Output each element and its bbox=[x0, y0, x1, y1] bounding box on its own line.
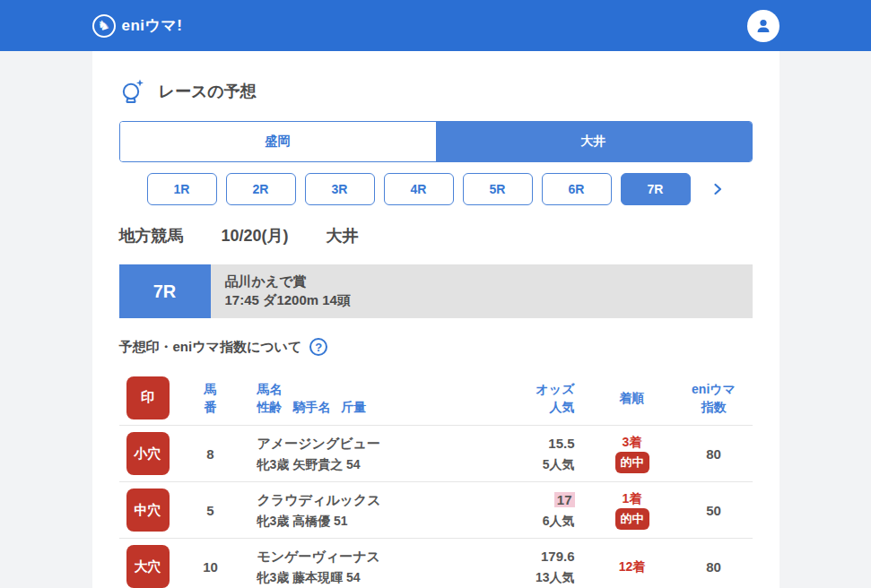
popularity: 5人気 bbox=[491, 454, 575, 474]
odds-value: 179.6 bbox=[491, 546, 575, 567]
header-odds: オッズ 人気 bbox=[491, 380, 589, 416]
horse-name-cell: クラウディルックス 牝3歳 高橋優 51 bbox=[245, 489, 491, 531]
content-card: レースの予想 盛岡 大井 1R 2R 3R 4R 5R 6R 7R 地方競馬 1… bbox=[92, 51, 780, 588]
eniuma-index: 50 bbox=[675, 503, 753, 518]
horse-name: アメージングビュー bbox=[257, 433, 491, 454]
race-button-7r[interactable]: 7R bbox=[621, 173, 691, 205]
race-date: 10/20(月) bbox=[222, 225, 289, 246]
legend-label: 予想印・eniウマ指数について bbox=[119, 339, 302, 356]
table-row[interactable]: 中穴 5 クラウディルックス 牝3歳 高橋優 51 17 6人気 1着 的中 5… bbox=[119, 482, 753, 539]
hit-badge: 的中 bbox=[615, 452, 649, 473]
horse-name: クラウディルックス bbox=[257, 489, 491, 511]
mark-badge: 中穴 bbox=[126, 489, 170, 532]
race-details: 17:45 ダ1200m 14頭 bbox=[225, 292, 753, 309]
finish-position: 12着 bbox=[589, 558, 675, 575]
horse-number: 10 bbox=[177, 559, 245, 575]
race-meta-row: 地方競馬 10/20(月) 大井 bbox=[119, 225, 753, 246]
header-inner: eniウマ! bbox=[92, 0, 780, 51]
race-button-4r[interactable]: 4R bbox=[384, 173, 454, 205]
horse-detail: 牝3歳 矢野貴之 54 bbox=[257, 454, 491, 474]
header-mark-badge: 印 bbox=[126, 376, 170, 419]
race-banner-body: 品川かえで賞 17:45 ダ1200m 14頭 bbox=[211, 264, 753, 318]
popularity: 6人気 bbox=[491, 511, 575, 531]
result-cell: 3着 的中 bbox=[589, 434, 675, 473]
venue-tab-morioka[interactable]: 盛岡 bbox=[120, 122, 436, 161]
race-venue: 大井 bbox=[327, 225, 359, 246]
race-selector: 1R 2R 3R 4R 5R 6R 7R bbox=[119, 173, 753, 205]
odds-cell: 15.5 5人気 bbox=[491, 433, 589, 474]
race-button-6r[interactable]: 6R bbox=[542, 173, 612, 205]
logo-text: eniウマ! bbox=[122, 15, 183, 36]
race-button-5r[interactable]: 5R bbox=[463, 173, 533, 205]
crystal-ball-icon bbox=[119, 78, 146, 105]
account-avatar-button[interactable] bbox=[747, 10, 780, 42]
race-category: 地方競馬 bbox=[119, 225, 184, 246]
prediction-table: 印 馬 番 馬名 性齢 騎手名 斤量 オッズ 人気 着順 eniウマ 指数 小穴… bbox=[119, 370, 753, 588]
mark-badge: 小穴 bbox=[126, 432, 170, 475]
odds-value: 15.5 bbox=[491, 433, 575, 454]
result-cell: 1着 的中 bbox=[589, 490, 675, 530]
hit-badge: 的中 bbox=[615, 508, 649, 530]
odds-highlight: 17 bbox=[554, 492, 575, 507]
table-header-row: 印 馬 番 馬名 性齢 騎手名 斤量 オッズ 人気 着順 eniウマ 指数 bbox=[119, 370, 753, 426]
legend-row: 予想印・eniウマ指数について bbox=[119, 338, 753, 356]
header-index: eniウマ 指数 bbox=[675, 380, 753, 416]
horse-name: モンゲーヴィーナス bbox=[257, 546, 491, 567]
horse-name-cell: アメージングビュー 牝3歳 矢野貴之 54 bbox=[245, 433, 491, 474]
finish-position: 1着 bbox=[589, 490, 675, 506]
horse-number: 8 bbox=[177, 446, 245, 462]
page-title: レースの予想 bbox=[159, 81, 257, 102]
horse-detail: 牝3歳 藤本現暉 54 bbox=[257, 567, 491, 587]
horse-name-cell: モンゲーヴィーナス 牝3歳 藤本現暉 54 bbox=[245, 546, 491, 587]
chevron-right-icon bbox=[710, 182, 725, 196]
race-banner-number: 7R bbox=[119, 264, 211, 318]
race-button-1r[interactable]: 1R bbox=[147, 173, 217, 205]
race-banner[interactable]: 7R 品川かえで賞 17:45 ダ1200m 14頭 bbox=[119, 264, 753, 318]
table-row[interactable]: 大穴 10 モンゲーヴィーナス 牝3歳 藤本現暉 54 179.6 13人気 1… bbox=[119, 539, 753, 588]
table-row[interactable]: 小穴 8 アメージングビュー 牝3歳 矢野貴之 54 15.5 5人気 3着 的… bbox=[119, 426, 753, 482]
horse-detail: 牝3歳 高橋優 51 bbox=[257, 511, 491, 531]
question-icon[interactable] bbox=[309, 338, 327, 356]
eniuma-index: 80 bbox=[675, 446, 753, 462]
race-name: 品川かえで賞 bbox=[225, 273, 753, 290]
odds-cell: 179.6 13人気 bbox=[491, 546, 589, 587]
header-horse-name: 馬名 性齢 騎手名 斤量 bbox=[245, 380, 491, 416]
result-cell: 12着 bbox=[589, 558, 675, 575]
race-next-button[interactable] bbox=[710, 182, 725, 196]
mark-badge: 大穴 bbox=[126, 545, 170, 588]
page-title-row: レースの予想 bbox=[119, 78, 753, 105]
horse-knight-icon bbox=[92, 14, 116, 38]
app-header: eniウマ! bbox=[0, 0, 871, 51]
eniuma-index: 80 bbox=[675, 559, 753, 575]
finish-position: 3着 bbox=[589, 434, 675, 450]
venue-tab-oi[interactable]: 大井 bbox=[436, 122, 752, 161]
popularity: 13人気 bbox=[491, 567, 575, 587]
header-horse-number: 馬 番 bbox=[177, 380, 245, 416]
user-icon bbox=[754, 17, 772, 35]
venue-tabs: 盛岡 大井 bbox=[119, 121, 753, 162]
race-button-2r[interactable]: 2R bbox=[226, 173, 296, 205]
race-button-3r[interactable]: 3R bbox=[305, 173, 375, 205]
logo[interactable]: eniウマ! bbox=[92, 14, 183, 38]
odds-cell: 17 6人気 bbox=[491, 489, 589, 531]
header-result: 着順 bbox=[589, 389, 675, 407]
odds-value: 17 bbox=[491, 489, 575, 511]
horse-number: 5 bbox=[177, 503, 245, 518]
